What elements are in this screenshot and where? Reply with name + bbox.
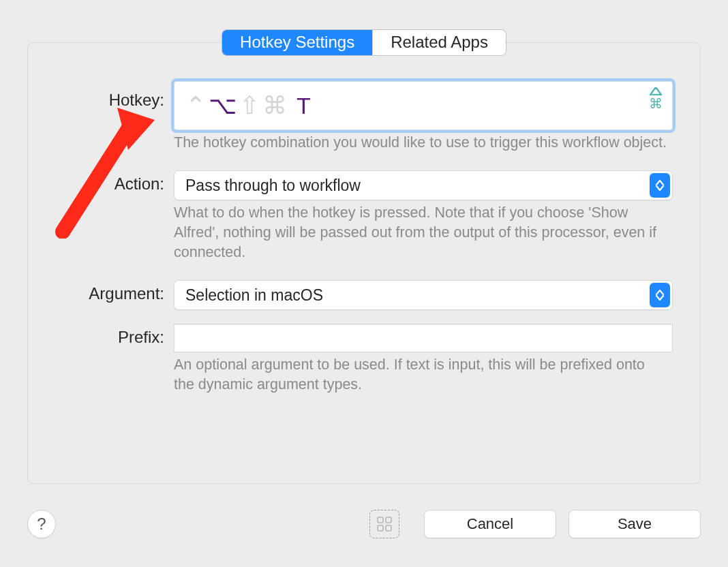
shift-modifier-icon: ⇧ bbox=[239, 93, 260, 118]
svg-rect-1 bbox=[386, 517, 391, 523]
cancel-button[interactable]: Cancel bbox=[424, 510, 556, 538]
help-button[interactable]: ? bbox=[27, 510, 56, 538]
hotkey-key: T bbox=[297, 94, 312, 117]
control-modifier-icon: ⌃ bbox=[185, 93, 206, 118]
save-button[interactable]: Save bbox=[568, 510, 701, 538]
prefix-input[interactable] bbox=[174, 324, 673, 352]
tab-related-apps[interactable]: Related Apps bbox=[372, 30, 506, 55]
action-select-value: Pass through to workflow bbox=[185, 177, 361, 195]
tab-bar: Hotkey Settings Related Apps bbox=[222, 30, 506, 55]
svg-rect-3 bbox=[386, 525, 391, 531]
grid-icon bbox=[377, 517, 392, 532]
footer: ? Cancel Save bbox=[27, 508, 701, 540]
argument-select-stepper-icon bbox=[650, 283, 670, 307]
action-select[interactable]: Pass through to workflow bbox=[174, 170, 673, 200]
hotkey-modifiers: ⌃ ⌥ ⇧ ⌘ T bbox=[185, 93, 312, 118]
option-modifier-icon: ⌥ bbox=[209, 93, 237, 118]
svg-rect-0 bbox=[378, 517, 383, 523]
action-select-stepper-icon bbox=[650, 173, 670, 198]
argument-label: Argument: bbox=[55, 280, 174, 303]
hotkey-help-text: The hotkey combination you would like to… bbox=[174, 133, 669, 153]
tab-hotkey-settings[interactable]: Hotkey Settings bbox=[222, 30, 372, 55]
hotkey-field[interactable]: ⌃ ⌥ ⇧ ⌘ T ⌘ bbox=[174, 81, 673, 130]
hotkey-label: Hotkey: bbox=[55, 81, 174, 110]
argument-select[interactable]: Selection in macOS bbox=[174, 280, 673, 310]
hotkey-pass-through-icon: ⌘ bbox=[649, 87, 663, 110]
command-modifier-icon: ⌘ bbox=[262, 93, 287, 118]
argument-select-value: Selection in macOS bbox=[185, 286, 323, 305]
attach-object-button[interactable] bbox=[369, 510, 399, 538]
prefix-help-text: An optional argument to be used. If text… bbox=[174, 355, 669, 395]
settings-pane: Hotkey: ⌃ ⌥ ⇧ ⌘ T ⌘ The hotkey combinati… bbox=[27, 42, 701, 484]
action-label: Action: bbox=[55, 170, 174, 194]
action-help-text: What to do when the hotkey is pressed. N… bbox=[174, 203, 669, 262]
prefix-label: Prefix: bbox=[55, 324, 174, 347]
svg-rect-2 bbox=[378, 525, 383, 531]
